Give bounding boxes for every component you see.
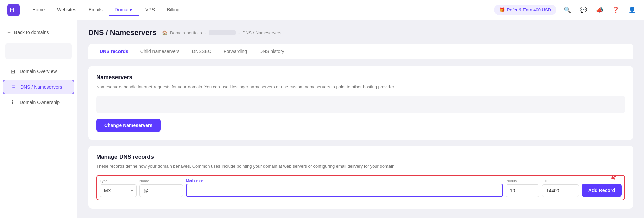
search-icon[interactable]: 🔍: [562, 5, 573, 15]
red-arrow-annotation: ➜: [608, 170, 621, 184]
nav-home[interactable]: Home: [27, 4, 50, 16]
nav-domains[interactable]: Domains: [109, 4, 139, 16]
logo[interactable]: H: [7, 3, 20, 17]
breadcrumb-domain-portfolio[interactable]: Domain portfolio: [170, 30, 202, 35]
type-select-wrapper: MX A AAAA CNAME TXT SRV ▼: [100, 184, 137, 197]
home-breadcrumb-icon: 🏠: [162, 30, 167, 35]
chat-icon[interactable]: 💬: [578, 5, 589, 15]
page-layout: ← Back to domains ⊞ Domain Overview ⊟ DN…: [0, 0, 644, 218]
sidebar-item-dns-label: DNS / Nameservers: [20, 84, 62, 90]
tab-forwarding[interactable]: Forwarding: [217, 44, 253, 59]
ttl-field-container: TTL: [542, 179, 579, 197]
nameservers-card: Nameservers Nameservers handle internet …: [88, 66, 633, 140]
top-navigation: H Home Websites Emails Domains VPS Billi…: [0, 0, 644, 20]
user-icon[interactable]: 👤: [626, 5, 637, 15]
notification-icon[interactable]: 📣: [594, 5, 605, 15]
name-field-container: Name: [139, 179, 183, 197]
domain-preview-blurred: [5, 43, 72, 59]
grid-icon: ⊞: [9, 68, 16, 75]
change-nameservers-button[interactable]: Change Nameservers: [96, 119, 161, 132]
gift-icon: 🎁: [499, 7, 505, 12]
add-record-container: ➜ Add Record: [582, 184, 622, 197]
dns-records-card: Manage DNS records These records define …: [88, 146, 633, 209]
info-icon: ℹ: [9, 99, 16, 106]
svg-text:H: H: [10, 6, 14, 14]
refer-label: Refer & Earn 400 USD: [507, 7, 551, 12]
priority-input[interactable]: [506, 184, 539, 197]
mail-server-input[interactable]: [186, 184, 503, 197]
ttl-label: TTL: [542, 179, 579, 183]
nav-websites[interactable]: Websites: [52, 4, 81, 16]
dns-record-form-row: Type MX A AAAA CNAME TXT SRV ▼: [96, 175, 625, 200]
refer-earn-button[interactable]: 🎁 Refer & Earn 400 USD: [494, 5, 556, 15]
ttl-input[interactable]: [542, 184, 579, 197]
nav-emails[interactable]: Emails: [83, 4, 108, 16]
tab-dns-records[interactable]: DNS records: [94, 44, 134, 59]
nameservers-title: Nameservers: [96, 74, 625, 81]
mail-server-field-container: Mail server: [186, 178, 503, 197]
nav-links: Home Websites Emails Domains VPS Billing: [27, 4, 494, 16]
priority-label: Priority: [506, 179, 539, 183]
breadcrumb-domain-blurred: [209, 30, 236, 35]
dns-icon: ⊟: [10, 84, 17, 90]
breadcrumb-sep1: -: [205, 30, 206, 35]
name-input[interactable]: [139, 184, 183, 197]
priority-field-container: Priority: [506, 179, 539, 197]
arrow-left-icon: ←: [7, 30, 11, 35]
nav-right: 🎁 Refer & Earn 400 USD 🔍 💬 📣 ❓ 👤: [494, 5, 637, 15]
breadcrumb-sep2: -: [238, 30, 240, 35]
sidebar-item-dns-nameservers[interactable]: ⊟ DNS / Nameservers: [3, 80, 74, 94]
name-label: Name: [139, 179, 183, 183]
dns-records-title: Manage DNS records: [96, 154, 625, 160]
sidebar-item-domain-overview-label: Domain Overview: [20, 69, 57, 74]
add-record-button[interactable]: Add Record: [582, 184, 622, 197]
sidebar: ← Back to domains ⊞ Domain Overview ⊟ DN…: [0, 20, 77, 218]
page-header: DNS / Nameservers 🏠 Domain portfolio - -…: [88, 28, 633, 37]
nav-vps[interactable]: VPS: [140, 4, 160, 16]
nameserver-values-blurred: [96, 96, 625, 113]
help-icon[interactable]: ❓: [610, 5, 621, 15]
nav-billing[interactable]: Billing: [162, 4, 185, 16]
tabs-bar: DNS records Child nameservers DNSSEC For…: [88, 44, 633, 59]
type-field: Type MX A AAAA CNAME TXT SRV ▼: [100, 179, 137, 197]
mail-server-label: Mail server: [186, 178, 503, 182]
type-select[interactable]: MX A AAAA CNAME TXT SRV: [100, 184, 137, 197]
breadcrumb-current: DNS / Nameservers: [242, 30, 281, 35]
sidebar-item-domain-ownership[interactable]: ℹ Domain Ownership: [3, 96, 74, 109]
page-title: DNS / Nameservers: [88, 28, 157, 37]
dns-records-description: These records define how your domain beh…: [96, 163, 625, 170]
main-content: DNS / Nameservers 🏠 Domain portfolio - -…: [77, 20, 644, 218]
tab-dns-history[interactable]: DNS history: [253, 44, 291, 59]
tab-dnssec[interactable]: DNSSEC: [186, 44, 217, 59]
back-label: Back to domains: [14, 30, 49, 35]
tab-child-nameservers[interactable]: Child nameservers: [134, 44, 186, 59]
sidebar-item-domain-overview[interactable]: ⊞ Domain Overview: [3, 65, 74, 78]
nameservers-description: Nameservers handle internet requests for…: [96, 84, 625, 90]
sidebar-item-domain-ownership-label: Domain Ownership: [20, 100, 60, 105]
breadcrumb: 🏠 Domain portfolio - - DNS / Nameservers: [162, 30, 281, 35]
back-to-domains-link[interactable]: ← Back to domains: [0, 26, 77, 39]
type-label: Type: [100, 179, 137, 183]
